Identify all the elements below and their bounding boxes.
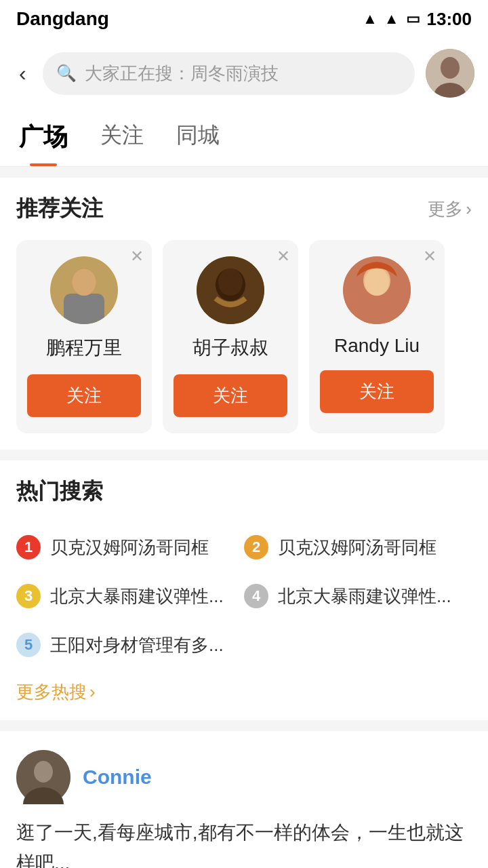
avatar-image xyxy=(426,49,474,98)
hot-item-5[interactable]: 5 王阳对身材管理有多... xyxy=(16,620,244,669)
svg-point-9 xyxy=(218,269,243,296)
chevron-right-more-icon: › xyxy=(89,682,96,703)
recommend-section: 推荐关注 更多 › ✕ 鹏程万里 关注 xyxy=(0,178,488,450)
header: ‹ 🔍 大家正在搜：周冬雨演技 xyxy=(0,38,488,108)
follow-card-1-button[interactable]: 关注 xyxy=(27,374,141,417)
svg-point-14 xyxy=(34,761,53,783)
card-3-name: Randy Liu xyxy=(334,335,420,357)
svg-point-6 xyxy=(72,269,96,296)
tab-square[interactable]: 广场 xyxy=(16,108,70,166)
hot-search-header: 热门搜索 xyxy=(16,477,472,507)
hot-item-2[interactable]: 2 贝克汉姆阿汤哥同框 xyxy=(244,523,472,572)
post-author-name[interactable]: Connie xyxy=(83,766,152,789)
more-recommend-link[interactable]: 更多 › xyxy=(428,197,472,221)
recommend-card-3: ✕ Randy Liu 关注 xyxy=(309,240,445,433)
close-card-3-button[interactable]: ✕ xyxy=(423,248,436,264)
svg-rect-5 xyxy=(64,294,104,324)
hot-text-5: 王阳对身材管理有多... xyxy=(50,633,224,657)
hot-text-4: 北京大暴雨建议弹性... xyxy=(278,585,451,608)
svg-point-12 xyxy=(365,269,389,296)
search-placeholder-text: 大家正在搜：周冬雨演技 xyxy=(85,62,279,85)
card-2-name: 胡子叔叔 xyxy=(192,335,268,361)
hot-item-4[interactable]: 4 北京大暴雨建议弹性... xyxy=(244,572,472,620)
hot-search-section: 热门搜索 1 贝克汉姆阿汤哥同框 2 贝克汉姆阿汤哥同框 3 北京大暴雨建议弹性… xyxy=(0,460,488,720)
recommend-title: 推荐关注 xyxy=(16,194,103,224)
status-icons: ▲ ▲ ▭ 13:00 xyxy=(363,9,472,30)
recommend-card-1: ✕ 鹏程万里 关注 xyxy=(16,240,152,433)
hot-text-1: 贝克汉姆阿汤哥同框 xyxy=(50,536,209,559)
signal-icon: ▲ xyxy=(384,10,399,28)
time-display: 13:00 xyxy=(427,9,472,30)
recommend-cards: ✕ 鹏程万里 关注 ✕ xyxy=(16,240,472,433)
hot-item-3[interactable]: 3 北京大暴雨建议弹性... xyxy=(16,572,244,620)
follow-card-3-button[interactable]: 关注 xyxy=(320,370,434,413)
card-1-name: 鹏程万里 xyxy=(46,335,122,361)
tab-follow[interactable]: 关注 xyxy=(98,108,146,166)
post-section: Connie 逛了一天,看每座城市,都有不一样的体会，一生也就这样吧... 上海… xyxy=(0,731,488,868)
post-header: Connie xyxy=(16,750,472,804)
post-author-avatar xyxy=(16,750,70,804)
search-bar[interactable]: 🔍 大家正在搜：周冬雨演技 xyxy=(43,52,415,95)
status-bar: Dangdang ▲ ▲ ▭ 13:00 xyxy=(0,0,488,38)
svg-point-1 xyxy=(441,57,460,79)
app-name: Dangdang xyxy=(16,8,109,30)
section-header: 推荐关注 更多 › xyxy=(16,194,472,224)
tab-nearby[interactable]: 同城 xyxy=(174,108,222,166)
close-card-2-button[interactable]: ✕ xyxy=(277,248,290,264)
battery-icon: ▭ xyxy=(406,10,420,28)
close-card-1-button[interactable]: ✕ xyxy=(130,248,144,264)
post-content-text: 逛了一天,看每座城市,都有不一样的体会，一生也就这样吧... xyxy=(16,818,472,868)
hot-search-title: 热门搜索 xyxy=(16,477,103,507)
back-button[interactable]: ‹ xyxy=(14,58,32,89)
rank-badge-2: 2 xyxy=(244,535,268,559)
nav-tabs: 广场 关注 同城 xyxy=(0,108,488,167)
hot-search-grid: 1 贝克汉姆阿汤哥同框 2 贝克汉姆阿汤哥同框 3 北京大暴雨建议弹性... 4… xyxy=(16,523,472,669)
rank-badge-1: 1 xyxy=(16,535,41,559)
wifi-icon: ▲ xyxy=(363,10,378,28)
search-icon: 🔍 xyxy=(56,64,77,83)
recommend-card-2: ✕ 胡子叔叔 关注 xyxy=(163,240,298,433)
hot-text-2: 贝克汉姆阿汤哥同框 xyxy=(278,536,436,559)
card-3-avatar xyxy=(343,256,411,324)
hot-item-1[interactable]: 1 贝克汉姆阿汤哥同框 xyxy=(16,523,244,572)
hot-text-3: 北京大暴雨建议弹性... xyxy=(50,585,224,608)
follow-card-2-button[interactable]: 关注 xyxy=(174,374,287,417)
rank-badge-5: 5 xyxy=(16,633,41,657)
chevron-right-icon: › xyxy=(466,199,472,220)
rank-badge-4: 4 xyxy=(244,584,268,608)
user-avatar[interactable] xyxy=(426,49,474,98)
more-hot-link[interactable]: 更多热搜 › xyxy=(16,680,472,704)
card-1-avatar xyxy=(50,256,118,324)
card-2-avatar xyxy=(197,256,264,324)
rank-badge-3: 3 xyxy=(16,584,41,608)
